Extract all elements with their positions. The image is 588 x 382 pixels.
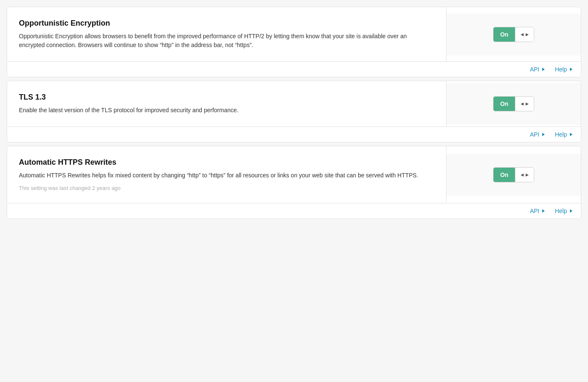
setting-footer-automatic-https-rewrites: API Help (7, 203, 581, 219)
setting-title-tls-1-3: TLS 1.3 (19, 93, 434, 102)
toggle-arrows-opportunistic-encryption[interactable]: ◄► (515, 27, 534, 42)
toggle-on-label-tls-1-3[interactable]: On (494, 97, 515, 111)
api-arrow-icon-opportunistic-encryption (542, 68, 545, 71)
setting-title-automatic-https-rewrites: Automatic HTTPS Rewrites (19, 158, 434, 167)
help-link-opportunistic-encryption[interactable]: Help (555, 66, 572, 73)
setting-block-automatic-https-rewrites: Automatic HTTPS RewritesAutomatic HTTPS … (7, 146, 581, 219)
setting-description-automatic-https-rewrites: Automatic HTTPS Rewrites helps fix mixed… (19, 171, 434, 180)
help-arrow-icon-automatic-https-rewrites (570, 209, 572, 213)
setting-control-opportunistic-encryption: On◄► (446, 13, 581, 55)
toggle-on-label-opportunistic-encryption[interactable]: On (494, 27, 515, 42)
setting-content-tls-1-3: TLS 1.3Enable the latest version of the … (7, 81, 446, 126)
toggle-widget-tls-1-3[interactable]: On◄► (493, 96, 534, 111)
setting-main-automatic-https-rewrites: Automatic HTTPS RewritesAutomatic HTTPS … (7, 146, 581, 203)
setting-footer-opportunistic-encryption: API Help (7, 62, 581, 77)
setting-footer-tls-1-3: API Help (7, 127, 581, 142)
setting-main-tls-1-3: TLS 1.3Enable the latest version of the … (7, 81, 581, 127)
setting-block-tls-1-3: TLS 1.3Enable the latest version of the … (7, 81, 581, 142)
api-link-opportunistic-encryption[interactable]: API (530, 66, 545, 73)
setting-main-opportunistic-encryption: Opportunistic EncryptionOpportunistic En… (7, 7, 581, 62)
api-arrow-icon-tls-1-3 (542, 133, 545, 136)
api-link-tls-1-3[interactable]: API (530, 131, 545, 138)
setting-control-tls-1-3: On◄► (446, 83, 581, 125)
toggle-widget-automatic-https-rewrites[interactable]: On◄► (493, 167, 534, 182)
setting-content-opportunistic-encryption: Opportunistic EncryptionOpportunistic En… (7, 7, 446, 61)
api-link-automatic-https-rewrites[interactable]: API (530, 208, 545, 214)
help-link-tls-1-3[interactable]: Help (555, 131, 572, 138)
setting-content-automatic-https-rewrites: Automatic HTTPS RewritesAutomatic HTTPS … (7, 146, 446, 203)
toggle-arrows-automatic-https-rewrites[interactable]: ◄► (515, 168, 534, 182)
setting-timestamp-automatic-https-rewrites: This setting was last changed 2 years ag… (19, 185, 434, 191)
setting-block-opportunistic-encryption: Opportunistic EncryptionOpportunistic En… (7, 7, 581, 77)
toggle-widget-opportunistic-encryption[interactable]: On◄► (493, 27, 534, 42)
help-arrow-icon-opportunistic-encryption (570, 68, 572, 71)
setting-control-automatic-https-rewrites: On◄► (446, 154, 581, 196)
toggle-on-label-automatic-https-rewrites[interactable]: On (494, 168, 515, 182)
toggle-arrows-tls-1-3[interactable]: ◄► (515, 97, 534, 111)
settings-container: Opportunistic EncryptionOpportunistic En… (7, 7, 581, 219)
setting-description-tls-1-3: Enable the latest version of the TLS pro… (19, 106, 434, 115)
api-arrow-icon-automatic-https-rewrites (542, 209, 545, 213)
help-link-automatic-https-rewrites[interactable]: Help (555, 208, 572, 214)
help-arrow-icon-tls-1-3 (570, 133, 572, 136)
setting-description-opportunistic-encryption: Opportunistic Encryption allows browsers… (19, 32, 434, 50)
setting-title-opportunistic-encryption: Opportunistic Encryption (19, 19, 434, 28)
